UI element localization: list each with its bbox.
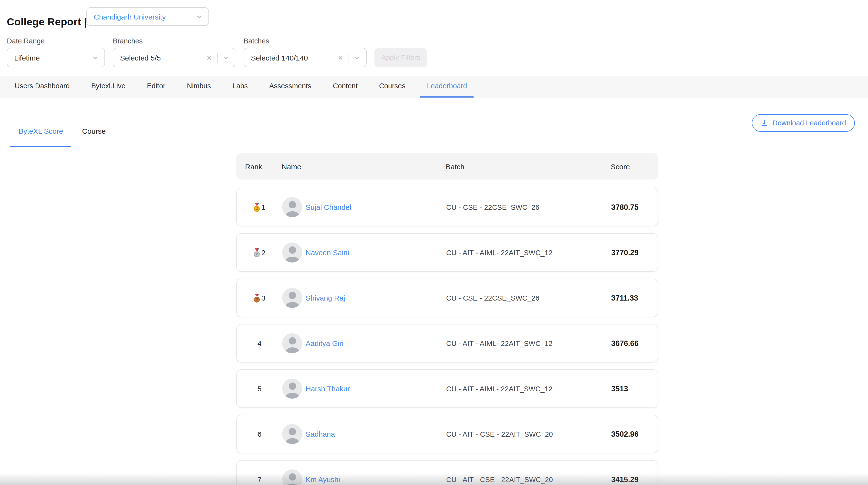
score-value: 3770.29 — [611, 248, 658, 257]
x-mark-icon[interactable] — [206, 55, 212, 61]
rank-value: 5 — [257, 385, 262, 393]
score-value: 3502.96 — [611, 430, 658, 439]
batches-select[interactable]: Selected 140/140 — [244, 48, 367, 67]
column-header-score: Score — [611, 162, 658, 170]
nav-tabs: Users DashboardBytexl.LiveEditorNimbusLa… — [0, 76, 868, 98]
batch-value: CU - CSE - 22CSE_SWC_26 — [446, 294, 611, 302]
student-name-link[interactable]: Naveen Saini — [306, 248, 349, 257]
batch-value: CU - AIT - AIML- 22AIT_SWC_12 — [446, 249, 611, 256]
rank-value: 6 — [257, 430, 262, 438]
silver-medal-icon: 2 — [254, 248, 260, 257]
tab-labs[interactable]: Labs — [226, 76, 254, 98]
tab-leaderboard[interactable]: Leaderboard — [421, 76, 473, 98]
leaderboard-table: Rank Name Batch Score 1 1 Sujal Chandel … — [236, 153, 658, 485]
avatar — [282, 379, 302, 399]
student-name-link[interactable]: Km Ayushi — [306, 475, 340, 484]
chevron-down-icon — [196, 13, 203, 20]
tab-courses[interactable]: Courses — [373, 76, 412, 98]
date-range-select-value: Lifetime — [14, 54, 82, 62]
x-mark-icon[interactable] — [337, 55, 344, 61]
subtab-bytexl-score[interactable]: ByteXL Score — [10, 120, 71, 148]
chevron-down-icon — [223, 55, 229, 61]
sub-tabs: ByteXL ScoreCourse — [10, 120, 114, 148]
tab-editor[interactable]: Editor — [141, 76, 172, 98]
score-value: 3676.66 — [611, 339, 658, 348]
table-row[interactable]: 3 3 Shivang Raj CU - CSE - 22CSE_SWC_26 … — [236, 279, 658, 317]
bronze-medal-icon: 3 — [254, 293, 260, 302]
date-range-select[interactable]: Lifetime — [7, 48, 105, 67]
subtab-course[interactable]: Course — [74, 120, 114, 148]
table-row[interactable]: 7 Km Ayushi CU - AIT - CSE - 22AIT_SWC_2… — [236, 460, 658, 485]
tab-nimbus[interactable]: Nimbus — [181, 76, 217, 98]
student-name-link[interactable]: Sujal Chandel — [306, 203, 351, 211]
date-range-label: Date Range — [7, 37, 45, 45]
rank-value: 3 — [261, 294, 266, 302]
avatar — [282, 333, 302, 353]
university-select[interactable]: Chandigarh University — [86, 7, 209, 26]
score-value: 3513 — [611, 384, 658, 393]
gold-medal-icon: 1 — [254, 203, 260, 212]
student-name-link[interactable]: Harsh Thakur — [306, 385, 350, 393]
rank-value: 2 — [261, 248, 266, 257]
rank-value: 7 — [257, 475, 262, 484]
batch-value: CU - AIT - CSE - 22AIT_SWC_20 — [446, 476, 611, 483]
avatar — [282, 424, 302, 444]
select-divider — [87, 53, 87, 62]
student-name-link[interactable]: Shivang Raj — [306, 294, 345, 302]
chevron-down-icon — [354, 55, 360, 61]
select-divider — [217, 53, 218, 62]
table-row[interactable]: 4 Aaditya Giri CU - AIT - AIML- 22AIT_SW… — [236, 324, 658, 362]
batch-value: CU - AIT - AIML- 22AIT_SWC_12 — [446, 385, 611, 392]
tab-bytexl-live[interactable]: Bytexl.Live — [85, 76, 132, 98]
batches-select-value: Selected 140/140 — [251, 54, 337, 62]
tab-users-dashboard[interactable]: Users Dashboard — [8, 76, 76, 98]
column-header-batch: Batch — [446, 162, 611, 170]
batch-value: CU - AIT - CSE - 22AIT_SWC_20 — [446, 430, 611, 438]
rank-value: 4 — [257, 339, 262, 347]
column-header-name: Name — [282, 162, 446, 170]
score-value: 3711.33 — [611, 293, 658, 302]
score-value: 3780.75 — [611, 203, 658, 212]
select-divider — [348, 53, 349, 62]
rank-value: 1 — [261, 203, 266, 211]
download-icon — [761, 119, 768, 127]
student-name-link[interactable]: Aaditya Giri — [306, 339, 343, 347]
batch-value: CU - CSE - 22CSE_SWC_26 — [446, 203, 611, 211]
avatar — [282, 470, 302, 485]
table-row[interactable]: 5 Harsh Thakur CU - AIT - AIML- 22AIT_SW… — [236, 369, 658, 408]
table-row[interactable]: 1 1 Sujal Chandel CU - CSE - 22CSE_SWC_2… — [236, 188, 658, 226]
branches-label: Branches — [113, 37, 143, 45]
tab-assessments[interactable]: Assessments — [263, 76, 317, 98]
select-divider — [191, 12, 191, 22]
chevron-down-icon — [92, 55, 99, 61]
download-leaderboard-label: Download Leaderboard — [773, 119, 846, 127]
page-title: College Report | — [7, 16, 87, 28]
avatar — [282, 243, 302, 262]
student-name-link[interactable]: Sadhana — [306, 430, 335, 438]
score-value: 3415.29 — [611, 475, 658, 484]
column-header-rank: Rank — [236, 162, 282, 170]
page: College Report | Chandigarh University D… — [0, 0, 868, 485]
batch-value: CU - AIT - AIML- 22AIT_SWC_12 — [446, 340, 611, 347]
tab-content[interactable]: Content — [327, 76, 364, 98]
table-body: 1 1 Sujal Chandel CU - CSE - 22CSE_SWC_2… — [236, 188, 658, 485]
table-row[interactable]: 2 2 Naveen Saini CU - AIT - AIML- 22AIT_… — [236, 233, 658, 272]
branches-select-value: Selected 5/5 — [120, 54, 206, 62]
avatar — [282, 288, 302, 308]
branches-select[interactable]: Selected 5/5 — [113, 48, 235, 67]
avatar — [282, 197, 302, 217]
apply-filters-button[interactable]: Apply Filters — [374, 48, 427, 67]
table-header-row: Rank Name Batch Score — [236, 153, 658, 180]
university-select-value: Chandigarh University — [94, 12, 186, 21]
table-row[interactable]: 6 Sadhana CU - AIT - CSE - 22AIT_SWC_20 … — [236, 415, 658, 453]
batches-label: Batches — [244, 37, 269, 45]
download-leaderboard-button[interactable]: Download Leaderboard — [752, 114, 855, 132]
